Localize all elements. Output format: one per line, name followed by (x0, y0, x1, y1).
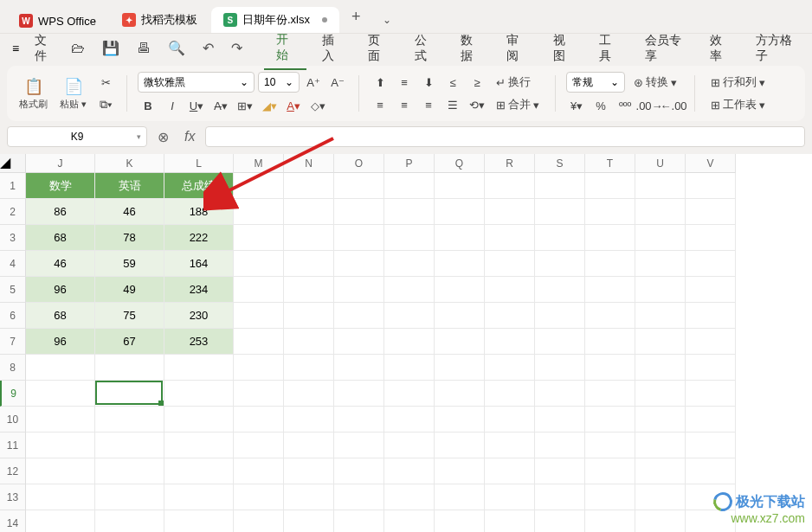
indent-inc-button[interactable]: ≥ (467, 73, 487, 92)
cell[interactable] (384, 355, 435, 381)
bold-button[interactable]: B (138, 96, 158, 115)
cell[interactable] (95, 484, 164, 510)
cancel-icon[interactable]: ⊗ (152, 129, 174, 145)
cell[interactable] (585, 277, 635, 303)
cell[interactable] (585, 381, 635, 407)
col-header[interactable]: T (585, 154, 635, 173)
cell[interactable] (334, 225, 384, 251)
cell[interactable] (384, 407, 435, 433)
cell[interactable] (435, 303, 485, 329)
merge-button[interactable]: ⊞ 合并▾ (491, 95, 545, 114)
cell[interactable] (26, 407, 95, 433)
cell[interactable] (26, 458, 95, 484)
open-icon[interactable]: 🗁 (64, 37, 92, 60)
cell[interactable]: 234 (164, 277, 234, 303)
cell[interactable] (384, 484, 435, 510)
cell[interactable] (334, 251, 384, 277)
cell[interactable] (284, 277, 334, 303)
col-header[interactable]: K (95, 154, 164, 173)
cell[interactable] (485, 329, 535, 355)
cell[interactable] (585, 329, 635, 355)
cell[interactable] (284, 225, 334, 251)
orientation-button[interactable]: ⟲▾ (467, 95, 487, 114)
fill-color-button[interactable]: ◢▾ (259, 96, 280, 115)
cell[interactable] (485, 407, 535, 433)
cell[interactable] (485, 433, 535, 458)
row-header[interactable]: 11 (0, 433, 26, 458)
cell[interactable] (535, 433, 585, 458)
tab-wps-office[interactable]: W WPS Office (7, 9, 108, 33)
cell[interactable] (284, 355, 334, 381)
menu-tools[interactable]: 工具 (587, 28, 629, 69)
dec-dec-button[interactable]: ←.00 (663, 96, 684, 115)
row-header[interactable]: 1 (0, 173, 26, 199)
align-middle-button[interactable]: ≡ (394, 73, 415, 92)
cell[interactable] (485, 251, 535, 277)
cell[interactable] (164, 407, 234, 433)
cell[interactable] (164, 510, 234, 532)
cell[interactable] (95, 381, 164, 407)
cell[interactable] (686, 225, 736, 251)
row-header[interactable]: 7 (0, 329, 26, 355)
cell[interactable] (284, 251, 334, 277)
menu-efficiency[interactable]: 效率 (698, 28, 740, 69)
cell[interactable] (95, 510, 164, 532)
cell[interactable]: 46 (26, 251, 95, 277)
name-box[interactable]: K9 ▾ (7, 126, 147, 147)
cell[interactable] (284, 407, 334, 433)
hamburger-icon[interactable]: ≡ (7, 38, 24, 59)
cell[interactable] (384, 433, 435, 458)
font-shrink-button[interactable]: A⁻ (327, 73, 348, 92)
cell[interactable] (234, 277, 284, 303)
cell[interactable]: 数学 (26, 173, 95, 199)
cell[interactable] (234, 484, 284, 510)
strike-button[interactable]: A̶▾ (210, 96, 231, 115)
cell[interactable]: 86 (26, 199, 95, 225)
cell[interactable] (635, 484, 686, 510)
cell[interactable] (334, 458, 384, 484)
cell[interactable] (485, 484, 535, 510)
cell[interactable] (95, 458, 164, 484)
cell[interactable] (334, 173, 384, 199)
percent-button[interactable]: % (590, 96, 611, 115)
col-header[interactable]: S (535, 154, 585, 173)
cell[interactable] (635, 199, 686, 225)
menu-vip[interactable]: 会员专享 (633, 28, 694, 69)
cell[interactable] (435, 199, 485, 225)
col-header[interactable]: V (686, 154, 736, 173)
cell[interactable] (164, 355, 234, 381)
cell[interactable] (435, 433, 485, 458)
cell[interactable]: 164 (164, 251, 234, 277)
cell[interactable] (164, 433, 234, 458)
cell[interactable] (635, 277, 686, 303)
cell[interactable] (485, 355, 535, 381)
cell[interactable] (635, 173, 686, 199)
cell[interactable] (284, 303, 334, 329)
align-bottom-button[interactable]: ⬇ (418, 73, 439, 92)
cell[interactable] (585, 407, 635, 433)
cell[interactable] (234, 433, 284, 458)
menu-review[interactable]: 审阅 (494, 28, 537, 69)
cell[interactable] (535, 277, 585, 303)
row-header[interactable]: 3 (0, 225, 26, 251)
indent-dec-button[interactable]: ≤ (442, 73, 463, 92)
cell[interactable]: 96 (26, 277, 95, 303)
cell[interactable] (686, 381, 736, 407)
cell[interactable] (686, 355, 736, 381)
cell[interactable] (585, 458, 635, 484)
tab-docer[interactable]: ✦ 找稻壳模板 (110, 7, 209, 33)
cell[interactable] (535, 381, 585, 407)
cell[interactable] (435, 381, 485, 407)
cell[interactable] (284, 329, 334, 355)
formula-input[interactable] (205, 126, 805, 147)
row-header[interactable]: 14 (0, 510, 26, 532)
cells-area[interactable]: 数学英语总成绩864618868782224659164964923468752… (26, 173, 812, 532)
row-header[interactable]: 4 (0, 251, 26, 277)
preview-icon[interactable]: 🔍 (161, 36, 192, 60)
col-header[interactable]: M (234, 154, 284, 173)
cell[interactable] (284, 381, 334, 407)
cell[interactable] (635, 251, 686, 277)
cell[interactable] (26, 355, 95, 381)
fx-icon[interactable]: fx (179, 129, 200, 144)
cell[interactable] (384, 199, 435, 225)
